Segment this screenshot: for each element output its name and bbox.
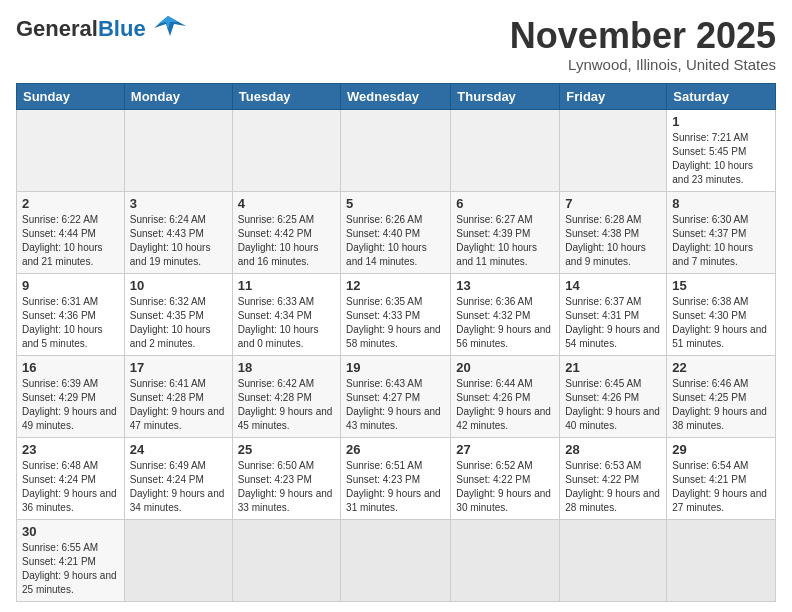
calendar-table: SundayMondayTuesdayWednesdayThursdayFrid… [16, 83, 776, 602]
calendar-week-row: 30Sunrise: 6:55 AM Sunset: 4:21 PM Dayli… [17, 519, 776, 601]
calendar-day-cell: 29Sunrise: 6:54 AM Sunset: 4:21 PM Dayli… [667, 437, 776, 519]
calendar-week-row: 23Sunrise: 6:48 AM Sunset: 4:24 PM Dayli… [17, 437, 776, 519]
day-number: 27 [456, 442, 554, 457]
day-number: 1 [672, 114, 770, 129]
calendar-day-cell: 19Sunrise: 6:43 AM Sunset: 4:27 PM Dayli… [341, 355, 451, 437]
calendar-week-row: 1Sunrise: 7:21 AM Sunset: 5:45 PM Daylig… [17, 109, 776, 191]
day-number: 24 [130, 442, 227, 457]
calendar-day-cell: 16Sunrise: 6:39 AM Sunset: 4:29 PM Dayli… [17, 355, 125, 437]
day-number: 29 [672, 442, 770, 457]
logo-area: GeneralBlue [16, 16, 186, 42]
day-number: 15 [672, 278, 770, 293]
day-number: 5 [346, 196, 445, 211]
calendar-day-cell: 1Sunrise: 7:21 AM Sunset: 5:45 PM Daylig… [667, 109, 776, 191]
calendar-day-cell [341, 109, 451, 191]
day-number: 11 [238, 278, 335, 293]
day-number: 28 [565, 442, 661, 457]
day-info: Sunrise: 6:43 AM Sunset: 4:27 PM Dayligh… [346, 377, 445, 433]
day-info: Sunrise: 6:27 AM Sunset: 4:39 PM Dayligh… [456, 213, 554, 269]
day-number: 4 [238, 196, 335, 211]
day-info: Sunrise: 7:21 AM Sunset: 5:45 PM Dayligh… [672, 131, 770, 187]
day-number: 25 [238, 442, 335, 457]
day-info: Sunrise: 6:54 AM Sunset: 4:21 PM Dayligh… [672, 459, 770, 515]
day-info: Sunrise: 6:51 AM Sunset: 4:23 PM Dayligh… [346, 459, 445, 515]
day-info: Sunrise: 6:22 AM Sunset: 4:44 PM Dayligh… [22, 213, 119, 269]
day-info: Sunrise: 6:28 AM Sunset: 4:38 PM Dayligh… [565, 213, 661, 269]
calendar-day-cell: 10Sunrise: 6:32 AM Sunset: 4:35 PM Dayli… [124, 273, 232, 355]
calendar-day-cell: 12Sunrise: 6:35 AM Sunset: 4:33 PM Dayli… [341, 273, 451, 355]
weekday-header-saturday: Saturday [667, 83, 776, 109]
day-number: 26 [346, 442, 445, 457]
calendar-day-cell [124, 519, 232, 601]
day-number: 21 [565, 360, 661, 375]
calendar-day-cell [451, 519, 560, 601]
calendar-day-cell [232, 519, 340, 601]
calendar-day-cell: 27Sunrise: 6:52 AM Sunset: 4:22 PM Dayli… [451, 437, 560, 519]
calendar-day-cell: 4Sunrise: 6:25 AM Sunset: 4:42 PM Daylig… [232, 191, 340, 273]
calendar-day-cell: 7Sunrise: 6:28 AM Sunset: 4:38 PM Daylig… [560, 191, 667, 273]
calendar-day-cell: 8Sunrise: 6:30 AM Sunset: 4:37 PM Daylig… [667, 191, 776, 273]
calendar-day-cell: 25Sunrise: 6:50 AM Sunset: 4:23 PM Dayli… [232, 437, 340, 519]
title-area: November 2025 Lynwood, Illinois, United … [510, 16, 776, 73]
day-info: Sunrise: 6:31 AM Sunset: 4:36 PM Dayligh… [22, 295, 119, 351]
day-info: Sunrise: 6:26 AM Sunset: 4:40 PM Dayligh… [346, 213, 445, 269]
logo-text: GeneralBlue [16, 16, 146, 42]
calendar-day-cell: 21Sunrise: 6:45 AM Sunset: 4:26 PM Dayli… [560, 355, 667, 437]
calendar-day-cell: 17Sunrise: 6:41 AM Sunset: 4:28 PM Dayli… [124, 355, 232, 437]
day-info: Sunrise: 6:32 AM Sunset: 4:35 PM Dayligh… [130, 295, 227, 351]
calendar-day-cell: 9Sunrise: 6:31 AM Sunset: 4:36 PM Daylig… [17, 273, 125, 355]
day-number: 16 [22, 360, 119, 375]
day-info: Sunrise: 6:30 AM Sunset: 4:37 PM Dayligh… [672, 213, 770, 269]
weekday-header-tuesday: Tuesday [232, 83, 340, 109]
calendar-day-cell: 13Sunrise: 6:36 AM Sunset: 4:32 PM Dayli… [451, 273, 560, 355]
day-info: Sunrise: 6:24 AM Sunset: 4:43 PM Dayligh… [130, 213, 227, 269]
calendar-day-cell [560, 109, 667, 191]
day-info: Sunrise: 6:39 AM Sunset: 4:29 PM Dayligh… [22, 377, 119, 433]
day-info: Sunrise: 6:49 AM Sunset: 4:24 PM Dayligh… [130, 459, 227, 515]
month-title: November 2025 [510, 16, 776, 56]
calendar-day-cell: 18Sunrise: 6:42 AM Sunset: 4:28 PM Dayli… [232, 355, 340, 437]
calendar-day-cell [124, 109, 232, 191]
weekday-header-monday: Monday [124, 83, 232, 109]
day-info: Sunrise: 6:42 AM Sunset: 4:28 PM Dayligh… [238, 377, 335, 433]
weekday-header-friday: Friday [560, 83, 667, 109]
weekday-header-sunday: Sunday [17, 83, 125, 109]
weekday-header-thursday: Thursday [451, 83, 560, 109]
logo-bird-icon [150, 12, 186, 40]
calendar-day-cell: 22Sunrise: 6:46 AM Sunset: 4:25 PM Dayli… [667, 355, 776, 437]
day-number: 17 [130, 360, 227, 375]
weekday-header-row: SundayMondayTuesdayWednesdayThursdayFrid… [17, 83, 776, 109]
calendar-day-cell: 15Sunrise: 6:38 AM Sunset: 4:30 PM Dayli… [667, 273, 776, 355]
calendar-day-cell: 26Sunrise: 6:51 AM Sunset: 4:23 PM Dayli… [341, 437, 451, 519]
header: GeneralBlue November 2025 Lynwood, Illin… [16, 16, 776, 73]
day-number: 12 [346, 278, 445, 293]
day-info: Sunrise: 6:46 AM Sunset: 4:25 PM Dayligh… [672, 377, 770, 433]
day-info: Sunrise: 6:53 AM Sunset: 4:22 PM Dayligh… [565, 459, 661, 515]
calendar-day-cell [560, 519, 667, 601]
day-number: 19 [346, 360, 445, 375]
calendar-week-row: 9Sunrise: 6:31 AM Sunset: 4:36 PM Daylig… [17, 273, 776, 355]
day-number: 3 [130, 196, 227, 211]
day-info: Sunrise: 6:33 AM Sunset: 4:34 PM Dayligh… [238, 295, 335, 351]
day-info: Sunrise: 6:44 AM Sunset: 4:26 PM Dayligh… [456, 377, 554, 433]
calendar-day-cell: 6Sunrise: 6:27 AM Sunset: 4:39 PM Daylig… [451, 191, 560, 273]
calendar-day-cell [667, 519, 776, 601]
day-info: Sunrise: 6:25 AM Sunset: 4:42 PM Dayligh… [238, 213, 335, 269]
day-number: 13 [456, 278, 554, 293]
day-info: Sunrise: 6:45 AM Sunset: 4:26 PM Dayligh… [565, 377, 661, 433]
day-number: 14 [565, 278, 661, 293]
day-number: 9 [22, 278, 119, 293]
calendar-day-cell: 30Sunrise: 6:55 AM Sunset: 4:21 PM Dayli… [17, 519, 125, 601]
day-info: Sunrise: 6:55 AM Sunset: 4:21 PM Dayligh… [22, 541, 119, 597]
day-number: 8 [672, 196, 770, 211]
calendar-day-cell [17, 109, 125, 191]
day-number: 10 [130, 278, 227, 293]
day-info: Sunrise: 6:48 AM Sunset: 4:24 PM Dayligh… [22, 459, 119, 515]
day-number: 6 [456, 196, 554, 211]
calendar-day-cell: 24Sunrise: 6:49 AM Sunset: 4:24 PM Dayli… [124, 437, 232, 519]
day-info: Sunrise: 6:35 AM Sunset: 4:33 PM Dayligh… [346, 295, 445, 351]
calendar-day-cell: 23Sunrise: 6:48 AM Sunset: 4:24 PM Dayli… [17, 437, 125, 519]
calendar-day-cell: 14Sunrise: 6:37 AM Sunset: 4:31 PM Dayli… [560, 273, 667, 355]
day-info: Sunrise: 6:38 AM Sunset: 4:30 PM Dayligh… [672, 295, 770, 351]
day-number: 22 [672, 360, 770, 375]
